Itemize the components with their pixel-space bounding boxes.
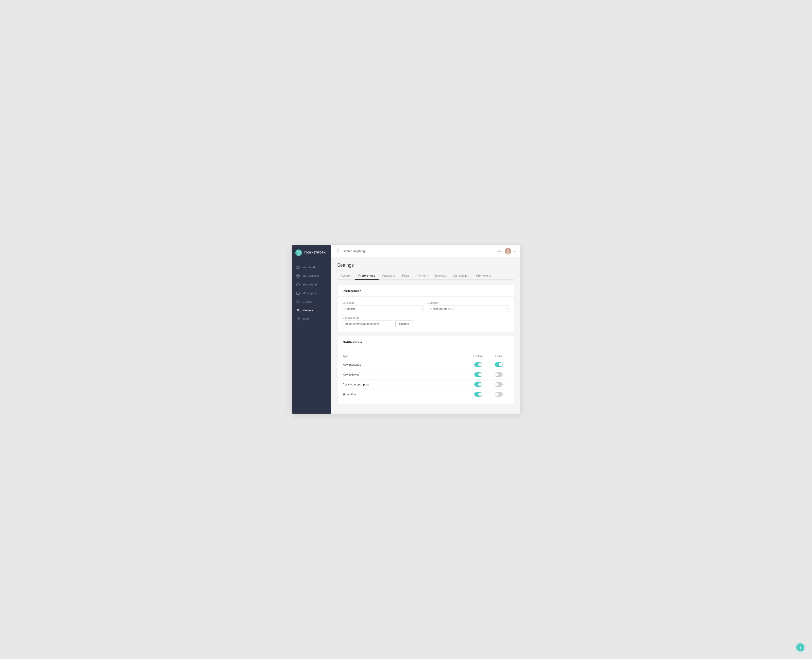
tab-cancellation[interactable]: Cancellation: [449, 272, 473, 280]
avatar-image: [505, 248, 511, 254]
sidebar-item-label: Your feed: [303, 266, 315, 269]
bell-icon[interactable]: [497, 249, 502, 254]
contact-email-label: Contact email: [342, 316, 509, 319]
avatar[interactable]: [505, 248, 511, 254]
sidebar-item-messages[interactable]: Messages: [292, 289, 331, 297]
sidebar-logo: YOGI NETWORK: [292, 245, 331, 260]
tab-preferences[interactable]: Preferences: [355, 272, 379, 280]
sidebar-item-tools[interactable]: Tools: [292, 315, 331, 323]
activity-desktop-toggle-cell: [468, 382, 489, 387]
search-icon: [336, 249, 340, 253]
col-email-header: Email: [489, 355, 509, 358]
sidebar-item-groups[interactable]: Groups: [292, 297, 331, 306]
tab-account[interactable]: Account: [337, 272, 355, 280]
app-name: YOGI NETWORK: [304, 251, 326, 254]
sidebar-nav: Your feed Your classes Your clients: [292, 260, 331, 414]
activity-email-toggle[interactable]: [495, 382, 503, 387]
notifications-card-body: Type Desktop Email New message: [337, 348, 514, 404]
toggle-track: [495, 363, 503, 367]
sidebar-item-your-feed[interactable]: Your feed: [292, 263, 331, 271]
new-follower-email-toggle-cell: [489, 372, 509, 377]
toggle-track: [495, 372, 503, 377]
toggle-thumb: [495, 373, 498, 376]
app-container: YOGI NETWORK Your feed Your classes: [292, 245, 520, 414]
toggle-track: [495, 392, 503, 397]
toggle-track: [474, 382, 482, 387]
notif-label: New message: [342, 363, 468, 366]
language-select[interactable]: English French Spanish German: [342, 306, 424, 312]
chevron-down-icon[interactable]: ▾: [514, 250, 515, 252]
svg-point-11: [297, 300, 298, 301]
svg-point-12: [298, 301, 299, 301]
content: Settings Account Preferences Password Pl…: [331, 257, 520, 414]
language-currency-row: Language English French Spanish German: [342, 301, 509, 312]
new-follower-email-toggle[interactable]: [495, 372, 503, 377]
notif-row-new-follower: New follower: [342, 370, 509, 380]
tab-promotions[interactable]: Promotions: [473, 272, 495, 280]
currency-label: Currency: [428, 301, 509, 304]
toggle-thumb: [478, 393, 482, 396]
notifications-header: Type Desktop Email: [342, 352, 509, 360]
calendar-icon: [296, 274, 300, 278]
svg-rect-3: [296, 268, 297, 268]
sidebar-item-label: Tools: [303, 317, 309, 320]
toggle-thumb: [495, 393, 498, 396]
info-button[interactable]: i: [796, 643, 804, 651]
sidebar-item-network[interactable]: Network: [292, 306, 331, 315]
notifications-card-title: Notifications: [337, 336, 514, 348]
toggle-thumb: [498, 363, 502, 366]
svg-rect-1: [296, 266, 297, 267]
language-label: Language: [342, 301, 424, 304]
activity-desktop-toggle[interactable]: [474, 382, 482, 387]
sidebar-item-your-classes[interactable]: Your classes: [292, 271, 331, 280]
notif-label: Activity on your post: [342, 383, 468, 386]
users-icon: [296, 300, 300, 304]
svg-point-14: [337, 249, 339, 251]
page-title: Settings: [337, 263, 514, 268]
mention-desktop-toggle[interactable]: [474, 392, 482, 397]
mail-icon: [296, 291, 300, 295]
mention-email-toggle-cell: [489, 392, 509, 397]
tab-invoices[interactable]: Invoices: [432, 272, 449, 280]
sidebar-item-label: Groups: [303, 300, 312, 303]
sidebar-item-label: Messages: [303, 292, 316, 295]
mention-desktop-toggle-cell: [468, 392, 489, 397]
toggle-track: [495, 382, 503, 387]
sidebar-item-your-clients[interactable]: Your clients: [292, 280, 331, 289]
new-message-email-toggle[interactable]: [495, 363, 503, 367]
preferences-card-title: Preferences: [337, 285, 514, 296]
col-desktop-header: Desktop: [468, 355, 489, 358]
svg-rect-4: [298, 268, 299, 268]
tab-payment[interactable]: Payment: [413, 272, 432, 280]
notif-row-mention: @mention: [342, 389, 509, 399]
toggle-thumb: [478, 383, 482, 386]
tab-plans[interactable]: Plans: [399, 272, 413, 280]
toggle-thumb: [495, 383, 498, 386]
main-area: ▾ Settings Account Preferences Password …: [331, 245, 520, 414]
toggle-track: [474, 363, 482, 367]
email-input[interactable]: [342, 320, 393, 327]
mention-email-toggle[interactable]: [495, 392, 503, 397]
new-message-desktop-toggle-cell: [468, 363, 489, 367]
home-icon: [296, 265, 300, 269]
currency-select-wrapper: British pound (GBP) US Dollar (USD) Euro…: [428, 306, 509, 312]
new-follower-desktop-toggle-cell: [468, 372, 489, 377]
language-select-wrapper: English French Spanish German: [342, 306, 424, 312]
search-input[interactable]: [343, 249, 494, 253]
preferences-card: Preferences Language English French Span…: [337, 285, 514, 332]
new-message-email-toggle-cell: [489, 363, 509, 367]
notif-row-new-message: New message: [342, 360, 509, 370]
email-row: Change: [342, 320, 509, 327]
change-button[interactable]: Change: [395, 320, 413, 327]
currency-select[interactable]: British pound (GBP) US Dollar (USD) Euro…: [428, 306, 509, 312]
new-follower-desktop-toggle[interactable]: [474, 372, 482, 377]
logo-icon: [295, 249, 302, 256]
sidebar-item-label: Network: [303, 309, 313, 312]
notifications-table: Type Desktop Email New message: [342, 352, 509, 399]
briefcase-icon: [296, 282, 300, 287]
new-message-desktop-toggle[interactable]: [474, 363, 482, 367]
sidebar: YOGI NETWORK Your feed Your classes: [292, 245, 331, 414]
tab-password[interactable]: Password: [378, 272, 399, 280]
svg-point-17: [507, 249, 509, 251]
toggle-thumb: [478, 373, 482, 376]
